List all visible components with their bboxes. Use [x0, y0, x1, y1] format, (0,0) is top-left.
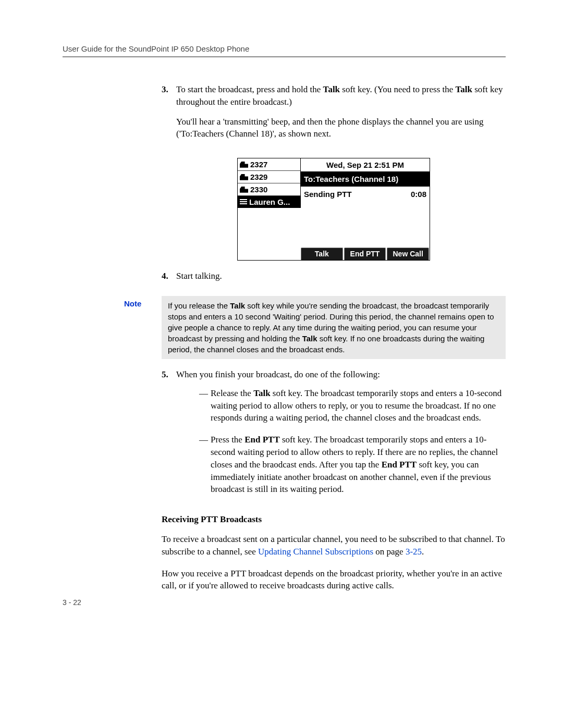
step-text: When you finish your broadcast, do one o… [176, 368, 506, 505]
phone-main-label: To:Teachers (Channel 18) [301, 172, 430, 187]
header-rule [63, 56, 506, 57]
step-number: 5. [162, 368, 176, 505]
line-label: Lauren G... [249, 196, 290, 207]
talk-key-ref: Talk [230, 301, 245, 310]
link-updating-channel-subscriptions[interactable]: Updating Channel Subscriptions [258, 547, 373, 557]
text: Press the [211, 435, 244, 445]
phone-status: Sending PTT [304, 189, 352, 200]
talk-key-ref: Talk [323, 84, 340, 94]
phone-status-row: Sending PTT 0:08 [301, 187, 430, 202]
phone-icon [240, 187, 248, 193]
step-4: 4. Start talking. [162, 270, 506, 282]
phone-lines-column: 2327 2329 2330 Lauren G... [238, 158, 301, 208]
talk-key-ref: Talk [253, 388, 270, 398]
note-box: If you release the Talk soft key while y… [162, 296, 506, 359]
phone-datetime: Wed, Sep 21 2:51 PM [301, 158, 430, 172]
phone-softkeys: Talk End PTT New Call [238, 246, 430, 260]
phone-icon [240, 174, 248, 180]
directory-icon [240, 199, 247, 205]
line-label: 2330 [250, 184, 267, 195]
line-label: 2327 [250, 159, 267, 170]
end-ptt-ref: End PTT [244, 435, 280, 445]
step-5-bullet-2: — Press the End PTT soft key. The broadc… [199, 434, 506, 496]
talk-key-ref: Talk [302, 334, 317, 343]
phone-body [238, 208, 430, 246]
softkey-talk[interactable]: Talk [301, 248, 343, 260]
text: If you release the [168, 301, 230, 310]
dash-bullet: — [199, 387, 211, 424]
step-number: 3. [162, 83, 176, 150]
text: Release the [211, 388, 253, 398]
phone-screen: 2327 2329 2330 Lauren G... Wed, Sep 21 2… [237, 158, 430, 261]
receiving-heading: Receiving PTT Broadcasts [162, 513, 506, 526]
text: . [422, 547, 424, 557]
note-row: Note If you release the Talk soft key wh… [124, 296, 506, 359]
note-label: Note [124, 296, 162, 359]
text: To start the broadcast, press and hold t… [176, 84, 323, 94]
step-text: Start talking. [176, 270, 506, 282]
step-text: To start the broadcast, press and hold t… [176, 83, 506, 150]
receiving-para-1: To receive a broadcast sent on a particu… [162, 533, 506, 558]
step-3-para-2: You'll hear a 'transmitting' beep, and t… [176, 116, 506, 141]
link-page-ref[interactable]: 3-25 [406, 547, 422, 557]
talk-key-ref: Talk [456, 84, 472, 94]
phone-line-2327: 2327 [238, 158, 300, 171]
phone-line-2329: 2329 [238, 171, 300, 183]
step-3: 3. To start the broadcast, press and hol… [162, 83, 506, 150]
step-5: 5. When you finish your broadcast, do on… [162, 368, 506, 505]
text: on page [373, 547, 406, 557]
line-label: 2329 [250, 171, 267, 182]
step-number: 4. [162, 270, 176, 282]
phone-timer: 0:08 [411, 189, 426, 200]
page-number: 3 - 22 [63, 598, 81, 607]
softkey-end-ptt[interactable]: End PTT [344, 248, 386, 260]
step-5-bullet-1: — Release the Talk soft key. The broadca… [199, 387, 506, 424]
phone-line-lauren: Lauren G... [238, 196, 300, 208]
step-5-intro: When you finish your broadcast, do one o… [176, 369, 380, 379]
receiving-para-2: How you receive a PTT broadcast depends … [162, 567, 506, 593]
running-header: User Guide for the SoundPoint IP 650 Des… [63, 44, 506, 53]
dash-bullet: — [199, 434, 211, 496]
end-ptt-ref: End PTT [382, 460, 417, 470]
phone-line-2330: 2330 [238, 183, 300, 196]
phone-icon [240, 162, 248, 168]
softkey-new-call[interactable]: New Call [387, 248, 429, 260]
text: soft key. (You need to press the [340, 84, 455, 94]
